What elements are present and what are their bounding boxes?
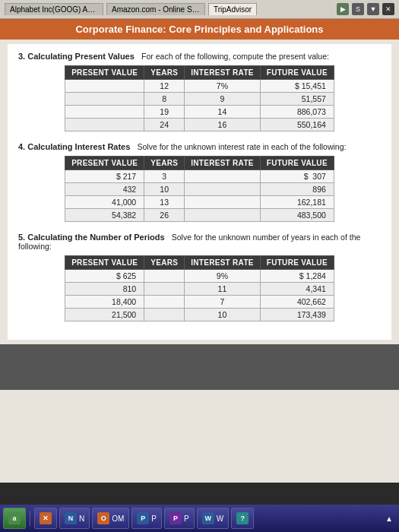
col-header-ir: INTEREST RATE [185, 66, 261, 80]
content-area: Corporate Finance: Core Principles and A… [0, 19, 399, 483]
table-row: 54,382 26 483,500 [65, 209, 334, 222]
section-4-table: PRESENT VALUE YEARS INTEREST RATE FUTURE… [65, 156, 334, 222]
taskbar: a ✕ N N O OM P P P P W W ? ▲ [0, 505, 399, 532]
browser-icon-3[interactable]: ▼ [367, 3, 379, 15]
browser-icon-1[interactable]: ▶ [337, 3, 349, 15]
section-5: 5. Calculating the Number of Periods Sol… [18, 233, 381, 321]
tab-3[interactable]: TripAdvisor [208, 3, 257, 15]
col-header-ir: INTEREST RATE [185, 256, 261, 270]
taskbar-icon-x: ✕ [40, 512, 52, 524]
tab-2[interactable]: Amazon.com - Online Sh... [106, 3, 205, 15]
taskbar-btn-w[interactable]: W W [197, 508, 229, 529]
table-row: $ 217 3 $ 307 [65, 170, 334, 183]
browser-close-icon[interactable]: ✕ [382, 3, 394, 15]
col-header-yr: YEARS [144, 66, 185, 80]
col-header-yr: YEARS [144, 157, 185, 170]
taskbar-btn-n[interactable]: N N [59, 508, 90, 529]
table-row: 432 10 896 [65, 183, 334, 196]
col-header-fv: FUTURE VALUE [260, 256, 334, 270]
taskbar-icon-w: W [202, 512, 214, 524]
table-row: 12 7% $ 15,451 [65, 80, 334, 93]
table-row: $ 625 9% $ 1,284 [65, 270, 334, 283]
start-icon: a [8, 512, 21, 524]
taskbar-icon-q: ? [236, 512, 249, 524]
taskbar-icon-p1: P [137, 512, 149, 524]
table-row: 18,400 7 402,662 [65, 296, 334, 309]
col-header-pv: PRESENT VALUE [65, 157, 144, 170]
document: 3. Calculating Present Values For each o… [8, 44, 391, 340]
start-button[interactable]: a [3, 508, 26, 529]
table-row: 21,500 10 173,439 [65, 309, 334, 321]
taskbar-btn-p2[interactable]: P P [164, 508, 195, 529]
col-header-yr: YEARS [144, 256, 185, 270]
table-row: 8 9 51,557 [65, 93, 334, 106]
taskbar-btn-p2-label: P [184, 515, 189, 523]
page-header: Corporate Finance: Core Principles and A… [0, 19, 399, 40]
taskbar-btn-n-label: N [79, 515, 84, 523]
gray-area [0, 344, 399, 390]
browser-chrome: Alphabet Inc(GOOG) Ann... Amazon.com - O… [0, 0, 399, 19]
page-title: Corporate Finance: Core Principles and A… [75, 24, 323, 35]
section-3: 3. Calculating Present Values For each o… [18, 52, 381, 131]
col-header-fv: FUTURE VALUE [260, 66, 334, 80]
section-5-table: PRESENT VALUE YEARS INTEREST RATE FUTURE… [65, 255, 334, 321]
taskbar-icon-n: N [65, 512, 77, 524]
section-4: 4. Calculating Interest Rates Solve for … [18, 142, 381, 222]
col-header-fv: FUTURE VALUE [260, 157, 334, 170]
table-row: 41,000 13 162,181 [65, 196, 334, 209]
taskbar-btn-om-label: OM [112, 515, 124, 523]
col-header-pv: PRESENT VALUE [65, 66, 144, 80]
taskbar-separator-1 [30, 511, 30, 526]
table-row: 24 16 550,164 [65, 119, 334, 131]
section-3-table: PRESENT VALUE YEARS INTEREST RATE FUTURE… [65, 65, 334, 131]
browser-icon-2[interactable]: S [352, 3, 364, 15]
col-header-pv: PRESENT VALUE [65, 256, 144, 270]
taskbar-icon-p2: P [169, 512, 182, 524]
taskbar-btn-q[interactable]: ? [231, 508, 254, 529]
tab-1[interactable]: Alphabet Inc(GOOG) Ann... [5, 3, 103, 15]
taskbar-btn-x[interactable]: ✕ [34, 508, 57, 529]
table-row: 810 11 4,341 [65, 283, 334, 296]
taskbar-btn-p1-label: P [151, 515, 157, 523]
taskbar-clock: ▲ [382, 515, 396, 523]
taskbar-icon-om: O [97, 512, 109, 524]
col-header-ir: INTEREST RATE [185, 157, 261, 170]
taskbar-btn-w-label: W [217, 515, 223, 523]
taskbar-btn-om[interactable]: O OM [92, 508, 129, 529]
section-5-title: 5. Calculating the Number of Periods Sol… [18, 233, 381, 251]
table-row: 19 14 886,073 [65, 106, 334, 119]
section-4-title: 4. Calculating Interest Rates Solve for … [18, 142, 381, 151]
taskbar-btn-p1[interactable]: P P [131, 508, 162, 529]
section-3-title: 3. Calculating Present Values For each o… [18, 52, 381, 61]
